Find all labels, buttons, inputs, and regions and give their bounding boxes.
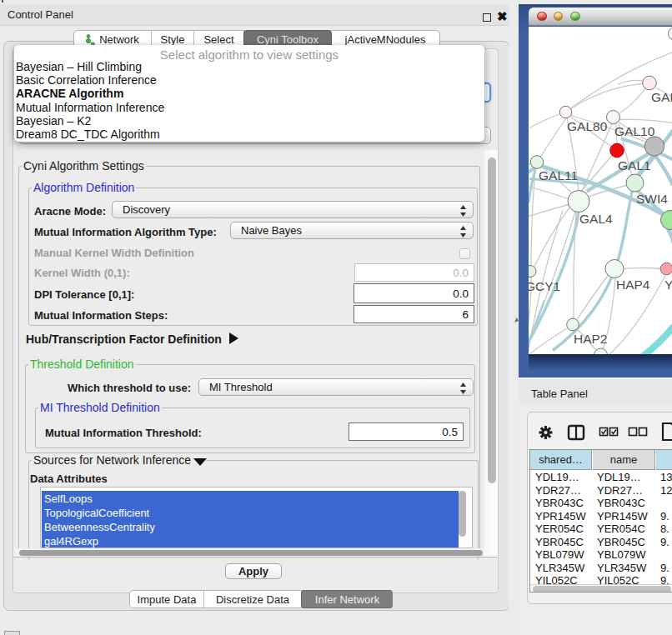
svg-text:Y: Y: [664, 278, 672, 292]
svg-text:HAP2: HAP2: [574, 332, 608, 346]
svg-text:SWI4: SWI4: [636, 192, 668, 206]
svg-text:GCY1: GCY1: [529, 279, 560, 293]
svg-text:HAP4: HAP4: [616, 278, 650, 292]
svg-text:GAL10: GAL10: [614, 124, 655, 138]
svg-text:GAL80: GAL80: [567, 119, 608, 133]
svg-text:GAL4: GAL4: [579, 212, 613, 226]
svg-text:GAL11: GAL11: [539, 168, 578, 182]
svg-text:GAL7: GAL7: [651, 90, 672, 104]
svg-text:GAL1: GAL1: [618, 158, 651, 172]
